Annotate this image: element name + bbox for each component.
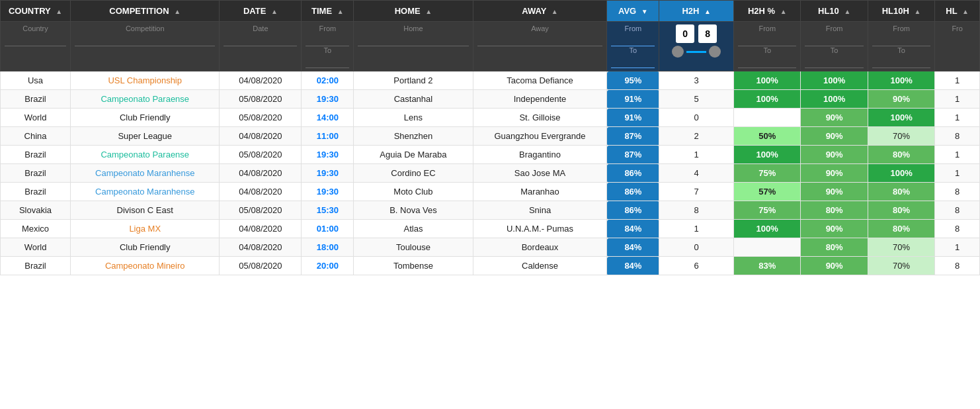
sort-arrow-competition[interactable]: ▲ — [174, 8, 181, 15]
sort-arrow-country[interactable]: ▲ — [56, 8, 62, 15]
col-header-date[interactable]: DATE ▲ — [220, 1, 302, 22]
sort-arrow-h2hpct[interactable]: ▲ — [780, 8, 787, 15]
table-row: WorldClub Friendly05/08/202014:00LensSt.… — [1, 109, 980, 127]
h2h-min-value: 0 — [676, 24, 694, 43]
competition-input[interactable] — [75, 34, 215, 46]
col-header-away[interactable]: AWAY ▲ — [473, 1, 607, 22]
cell-home: Tombense — [354, 257, 473, 275]
time-from-input[interactable] — [306, 34, 349, 46]
col-header-home[interactable]: HOME ▲ — [354, 1, 473, 22]
cell-hl10h: 80% — [868, 201, 934, 220]
cell-home: Portland 2 — [354, 71, 473, 90]
cell-away: U.N.A.M.- Pumas — [473, 220, 607, 238]
cell-away: Maranhao — [473, 183, 607, 201]
away-input[interactable] — [477, 34, 603, 46]
avg-from-input[interactable] — [611, 34, 655, 46]
home-input[interactable] — [358, 34, 468, 46]
filter-time: From To — [302, 22, 354, 71]
cell-country: World — [1, 238, 71, 257]
cell-competition: USL Championship — [71, 71, 220, 90]
col-header-hl10[interactable]: HL10 ▲ — [801, 1, 868, 22]
cell-hl: 8 — [935, 183, 980, 201]
h2hpct-from-input[interactable] — [738, 34, 796, 46]
hl10h-to-input[interactable] — [872, 56, 930, 68]
cell-away: Caldense — [473, 257, 607, 275]
cell-country: Brazil — [1, 146, 71, 164]
cell-date: 05/08/2020 — [220, 146, 302, 164]
cell-hl10h: 100% — [868, 71, 934, 90]
cell-h2hpct: 100% — [734, 90, 801, 109]
col-header-hl[interactable]: HL ▲ — [935, 1, 980, 22]
table-row: UsaUSL Championship04/08/202002:00Portla… — [1, 71, 980, 90]
cell-date: 05/08/2020 — [220, 257, 302, 275]
cell-hl10: 90% — [801, 146, 868, 164]
cell-competition: Divison C East — [71, 201, 220, 220]
cell-home: Castanhal — [354, 90, 473, 109]
filter-h2h: 0 8 — [659, 22, 734, 71]
hl10-from-input[interactable] — [805, 34, 863, 46]
sort-arrow-date[interactable]: ▲ — [271, 8, 278, 15]
sort-arrow-hl[interactable]: ▲ — [962, 8, 969, 15]
cell-hl: 8 — [935, 127, 980, 146]
cell-away: Guangzhou Evergrande — [473, 127, 607, 146]
cell-hl10h: 70% — [868, 257, 934, 275]
cell-home: Cordino EC — [354, 164, 473, 183]
cell-time: 19:30 — [302, 164, 354, 183]
avg-to-input[interactable] — [611, 56, 655, 68]
cell-h2hpct: 100% — [734, 146, 801, 164]
sort-arrow-hl10[interactable]: ▲ — [844, 8, 850, 15]
cell-country: Brazil — [1, 183, 71, 201]
cell-avg: 84% — [607, 257, 659, 275]
col-header-country[interactable]: COUNTRY ▲ — [1, 1, 71, 22]
cell-hl10h: 100% — [868, 164, 934, 183]
cell-country: Mexico — [1, 220, 71, 238]
cell-time: 11:00 — [302, 127, 354, 146]
cell-hl: 1 — [935, 109, 980, 127]
cell-hl10: 80% — [801, 201, 868, 220]
table-row: SlovakiaDivison C East05/08/202015:30B. … — [1, 201, 980, 220]
cell-avg: 91% — [607, 109, 659, 127]
cell-hl10: 90% — [801, 220, 868, 238]
country-input[interactable] — [5, 34, 66, 46]
sort-arrow-h2h[interactable]: ▲ — [704, 8, 711, 15]
h2h-slider-left[interactable] — [672, 46, 684, 58]
filter-away: Away — [473, 22, 607, 71]
cell-hl10h: 70% — [868, 238, 934, 257]
col-header-competition[interactable]: COMPETITION ▲ — [71, 1, 220, 22]
sort-arrow-time[interactable]: ▲ — [337, 8, 344, 15]
cell-avg: 87% — [607, 127, 659, 146]
h2hpct-to-input[interactable] — [738, 56, 796, 68]
sort-arrow-avg[interactable]: ▼ — [641, 8, 648, 15]
col-header-avg[interactable]: AVG ▼ — [607, 1, 659, 22]
filter-row: Country Competition Date From To Home — [1, 22, 980, 71]
cell-avg: 86% — [607, 201, 659, 220]
h2h-slider-right[interactable] — [709, 46, 721, 58]
main-table: COUNTRY ▲ COMPETITION ▲ DATE ▲ TIME ▲ HO… — [0, 0, 980, 275]
hl10-to-input[interactable] — [805, 56, 863, 68]
cell-h2h: 4 — [659, 164, 734, 183]
cell-avg: 86% — [607, 164, 659, 183]
sort-arrow-home[interactable]: ▲ — [425, 8, 432, 15]
sort-arrow-away[interactable]: ▲ — [551, 8, 558, 15]
col-header-h2h[interactable]: H2H ▲ — [659, 1, 734, 22]
cell-competition: Club Friendly — [71, 238, 220, 257]
hl10h-from-input[interactable] — [872, 34, 930, 46]
cell-avg: 87% — [607, 146, 659, 164]
date-input[interactable] — [224, 34, 297, 46]
col-header-h2hpct[interactable]: H2H % ▲ — [734, 1, 801, 22]
time-to-input[interactable] — [306, 56, 349, 68]
table-body: UsaUSL Championship04/08/202002:00Portla… — [1, 71, 980, 275]
cell-competition: Campeonato Maranhense — [71, 183, 220, 201]
filter-hl10: From To — [801, 22, 868, 71]
cell-competition: Campeonato Paraense — [71, 90, 220, 109]
filter-h2hpct: From To — [734, 22, 801, 71]
h2h-slider-track[interactable] — [663, 46, 729, 58]
cell-hl: 8 — [935, 257, 980, 275]
sort-arrow-hl10h[interactable]: ▲ — [915, 8, 921, 15]
col-header-hl10h[interactable]: HL10H ▲ — [868, 1, 934, 22]
cell-home: Atlas — [354, 220, 473, 238]
filter-competition: Competition — [71, 22, 220, 71]
col-header-time[interactable]: TIME ▲ — [302, 1, 354, 22]
table-row: ChinaSuper League04/08/202011:00Shenzhen… — [1, 127, 980, 146]
cell-country: China — [1, 127, 71, 146]
